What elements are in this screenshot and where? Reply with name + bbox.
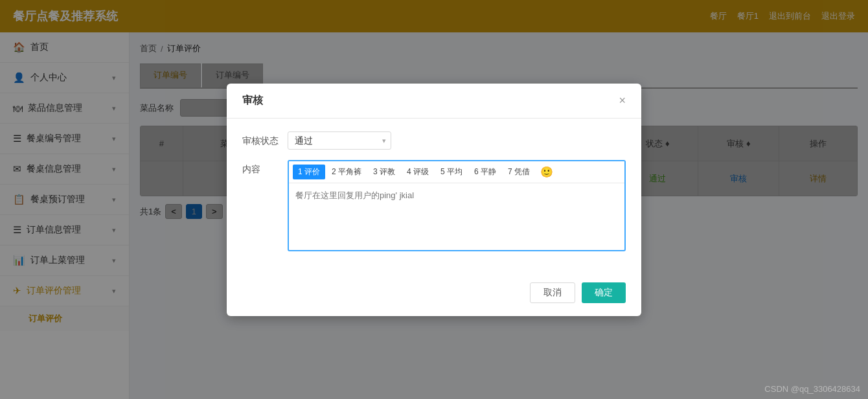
emoji-button[interactable]: 🙂 [536, 164, 557, 180]
content-editor: 1 评价 2 平角裤 3 评教 4 评级 5 平均 6 平静 7 凭借 🙂 [288, 160, 626, 251]
status-select-wrapper: 通过 不通过 待审核 ▾ [288, 131, 626, 150]
modal-close-button[interactable]: × [619, 95, 626, 106]
editor-toolbar: 1 评价 2 平角裤 3 评教 4 评级 5 平均 6 平静 7 凭借 🙂 [289, 161, 624, 183]
modal-footer: 取消 确定 [227, 275, 641, 316]
toolbar-btn-3[interactable]: 3 评教 [368, 165, 400, 179]
content-editor-wrapper: 1 评价 2 平角裤 3 评教 4 评级 5 平均 6 平静 7 凭借 🙂 [288, 160, 626, 251]
form-row-status: 审核状态 通过 不通过 待审核 ▾ [242, 131, 626, 150]
toolbar-btn-1[interactable]: 1 评价 [293, 165, 325, 179]
cancel-button[interactable]: 取消 [530, 282, 575, 303]
modal-dialog: 审核 × 审核状态 通过 不通过 待审核 ▾ [227, 84, 641, 316]
select-container: 通过 不通过 待审核 ▾ [288, 131, 391, 150]
toolbar-btn-5[interactable]: 5 平均 [435, 165, 468, 179]
toolbar-btn-4[interactable]: 4 评级 [402, 165, 434, 179]
status-select[interactable]: 通过 不通过 待审核 [288, 131, 391, 150]
confirm-button[interactable]: 确定 [582, 282, 626, 303]
status-label: 审核状态 [242, 131, 288, 147]
modal-title: 审核 [242, 94, 263, 108]
modal-header: 审核 × [227, 84, 641, 119]
modal-body: 审核状态 通过 不通过 待审核 ▾ 内容 [227, 119, 641, 275]
content-textarea[interactable] [289, 183, 624, 248]
content-label: 内容 [242, 160, 288, 176]
toolbar-btn-2[interactable]: 2 平角裤 [326, 165, 367, 179]
toolbar-btn-7[interactable]: 7 凭借 [503, 165, 535, 179]
csdn-watermark: CSDN @qq_3306428634 [764, 384, 860, 394]
form-row-content: 内容 1 评价 2 平角裤 3 评教 4 评级 5 平均 6 平静 7 凭借 🙂 [242, 160, 626, 251]
toolbar-btn-6[interactable]: 6 平静 [469, 165, 501, 179]
modal-overlay[interactable]: 审核 × 审核状态 通过 不通过 待审核 ▾ [0, 0, 868, 399]
